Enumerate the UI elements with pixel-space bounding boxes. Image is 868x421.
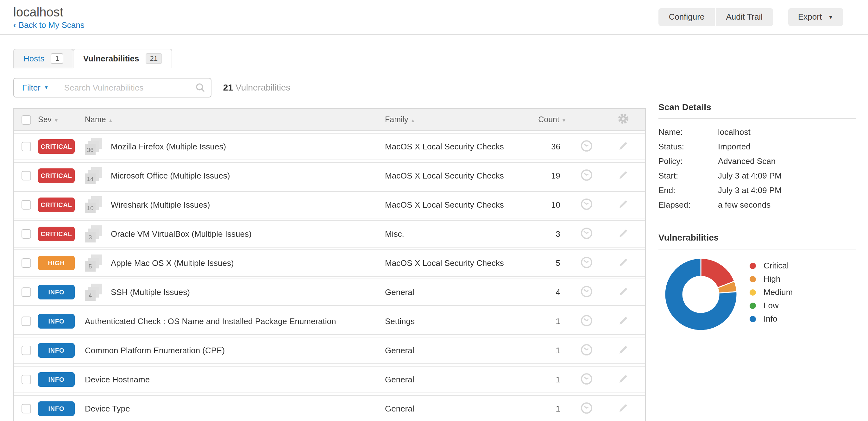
- snooze-button[interactable]: [565, 227, 607, 241]
- snooze-button[interactable]: [565, 256, 607, 270]
- modify-button[interactable]: [607, 286, 639, 299]
- stack-count: 36: [85, 144, 96, 155]
- modify-button[interactable]: [607, 344, 639, 357]
- snooze-button[interactable]: [565, 402, 607, 416]
- table-row[interactable]: HIGH 5 Apple Mac OS X (Multiple Issues) …: [14, 249, 645, 277]
- vulnerability-count: 4: [534, 288, 565, 297]
- scan-detail-row: Status:Imported: [658, 139, 856, 154]
- table-row[interactable]: INFO 4 SSH (Multiple Issues) General 4: [14, 278, 645, 306]
- vulnerability-name: SSH (Multiple Issues): [111, 288, 190, 297]
- table-row[interactable]: INFO Authenticated Check : OS Name and I…: [14, 308, 645, 335]
- audit-trail-button[interactable]: Audit Trail: [716, 8, 773, 26]
- configure-button[interactable]: Configure: [659, 8, 715, 26]
- export-button[interactable]: Export▼: [788, 8, 843, 26]
- snooze-button[interactable]: [565, 343, 607, 357]
- modify-button[interactable]: [607, 169, 639, 182]
- gear-icon: [618, 113, 628, 126]
- row-checkbox[interactable]: [22, 375, 31, 384]
- snooze-button[interactable]: [565, 285, 607, 299]
- scan-details-heading: Scan Details: [658, 102, 856, 119]
- select-all-checkbox[interactable]: [22, 115, 31, 124]
- snooze-button[interactable]: [565, 372, 607, 387]
- modify-button[interactable]: [607, 315, 639, 328]
- table-row[interactable]: INFO Device Type General 1: [14, 395, 645, 421]
- side-panel: Scan Details Name:localhostStatus:Import…: [658, 102, 856, 332]
- column-header-count[interactable]: Count▾: [534, 115, 565, 124]
- modify-button[interactable]: [607, 373, 639, 386]
- table-row[interactable]: CRITICAL 36 Mozilla Firefox (Multiple Is…: [14, 133, 645, 160]
- snooze-button[interactable]: [565, 169, 607, 183]
- plugin-stack-icon: 36: [85, 138, 102, 155]
- row-checkbox[interactable]: [22, 171, 31, 180]
- table-row[interactable]: CRITICAL 3 Oracle VM VirtualBox (Multipl…: [14, 220, 645, 247]
- clock-icon: [580, 256, 592, 270]
- row-checkbox[interactable]: [22, 345, 31, 355]
- modify-button[interactable]: [607, 257, 639, 269]
- vulnerability-name: Wireshark (Multiple Issues): [111, 200, 210, 210]
- stack-count: 3: [85, 232, 96, 242]
- row-checkbox[interactable]: [22, 404, 31, 413]
- tab-vulnerabilities[interactable]: Vulnerabilities 21: [73, 49, 172, 68]
- vulnerability-family: General: [385, 375, 534, 384]
- vuln-donut-chart: [663, 257, 738, 332]
- scan-results-page: localhost ‹Back to My Scans Configure Au…: [0, 0, 868, 421]
- tab-hosts-label: Hosts: [24, 54, 44, 63]
- plugin-stack-icon: 14: [85, 167, 102, 184]
- modify-button[interactable]: [607, 199, 639, 211]
- snooze-button[interactable]: [565, 198, 607, 212]
- row-checkbox[interactable]: [22, 229, 31, 239]
- tab-hosts[interactable]: Hosts 1: [13, 49, 74, 68]
- column-header-family[interactable]: Family▴: [385, 115, 534, 124]
- row-checkbox[interactable]: [22, 142, 31, 151]
- vulnerabilities-chart-heading: Vulnerabilities: [658, 232, 856, 249]
- row-checkbox[interactable]: [22, 317, 31, 326]
- vulnerability-count: 1: [534, 345, 565, 355]
- pencil-icon: [618, 373, 628, 386]
- sort-caret-icon: ▾: [562, 117, 565, 123]
- back-to-my-scans-link[interactable]: ‹Back to My Scans: [13, 20, 85, 30]
- stack-count: 4: [85, 290, 96, 301]
- vulnerability-family: General: [385, 288, 534, 297]
- vulnerability-count: 1: [534, 317, 565, 326]
- modify-button[interactable]: [607, 402, 639, 415]
- chevron-left-icon: ‹: [13, 20, 16, 30]
- row-checkbox[interactable]: [22, 288, 31, 297]
- legend-item: Medium: [750, 285, 793, 299]
- pencil-icon: [618, 257, 628, 269]
- vulnerability-count: 19: [534, 171, 565, 180]
- severity-badge: INFO: [38, 372, 75, 387]
- row-checkbox[interactable]: [22, 258, 31, 268]
- table-row[interactable]: INFO Common Platform Enumeration (CPE) G…: [14, 337, 645, 364]
- column-header-sev[interactable]: Sev▾: [38, 115, 85, 124]
- row-checkbox[interactable]: [22, 200, 31, 210]
- tab-vulnerabilities-label: Vulnerabilities: [83, 54, 139, 63]
- pencil-icon: [618, 402, 628, 415]
- vuln-legend: CriticalHighMediumLowInfo: [750, 257, 793, 325]
- table-row[interactable]: CRITICAL 10 Wireshark (Multiple Issues) …: [14, 191, 645, 218]
- modify-button[interactable]: [607, 228, 639, 240]
- clock-icon: [580, 402, 592, 416]
- vulnerability-count: 10: [534, 200, 565, 210]
- vulnerability-family: Settings: [385, 317, 534, 326]
- legend-dot-icon: [750, 263, 756, 269]
- result-count: 21Vulnerabilities: [223, 82, 290, 92]
- snooze-button[interactable]: [565, 314, 607, 328]
- column-header-name[interactable]: Name▴: [85, 115, 385, 124]
- filter-search-control: Filter ▾: [13, 78, 212, 97]
- search-input[interactable]: [57, 78, 211, 96]
- severity-badge: INFO: [38, 285, 75, 299]
- severity-badge: CRITICAL: [38, 139, 75, 154]
- snooze-button[interactable]: [565, 140, 607, 153]
- vulnerability-family: MacOS X Local Security Checks: [385, 200, 534, 210]
- tab-vulnerabilities-count-badge: 21: [146, 53, 162, 64]
- clock-icon: [580, 314, 592, 328]
- donut-chart-area: CriticalHighMediumLowInfo: [658, 257, 856, 332]
- legend-dot-icon: [750, 302, 756, 309]
- table-row[interactable]: INFO Device Hostname General 1: [14, 366, 645, 393]
- filter-button[interactable]: Filter ▾: [14, 78, 57, 96]
- severity-badge: HIGH: [38, 256, 75, 270]
- vulnerability-family: General: [385, 345, 534, 355]
- modify-button[interactable]: [607, 140, 639, 153]
- table-settings-button[interactable]: [607, 113, 639, 126]
- table-row[interactable]: CRITICAL 14 Microsoft Office (Multiple I…: [14, 162, 645, 189]
